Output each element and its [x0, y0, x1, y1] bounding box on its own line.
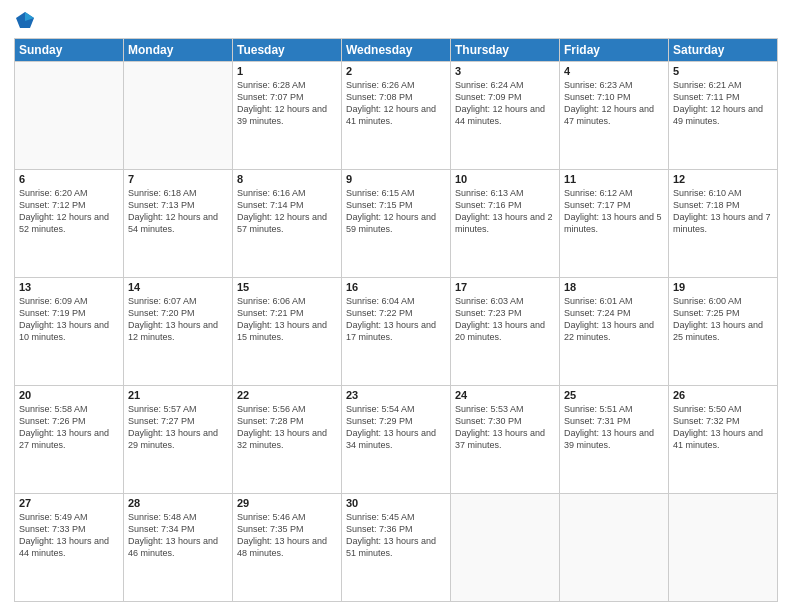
- calendar-cell: 29Sunrise: 5:46 AMSunset: 7:35 PMDayligh…: [233, 494, 342, 602]
- day-number: 18: [564, 281, 664, 293]
- logo-icon: [14, 10, 36, 32]
- weekday-header: Tuesday: [233, 39, 342, 62]
- day-number: 1: [237, 65, 337, 77]
- day-number: 15: [237, 281, 337, 293]
- day-info: Sunrise: 6:15 AMSunset: 7:15 PMDaylight:…: [346, 187, 446, 236]
- day-info: Sunrise: 6:18 AMSunset: 7:13 PMDaylight:…: [128, 187, 228, 236]
- calendar-cell: 24Sunrise: 5:53 AMSunset: 7:30 PMDayligh…: [451, 386, 560, 494]
- day-number: 16: [346, 281, 446, 293]
- calendar-cell: 14Sunrise: 6:07 AMSunset: 7:20 PMDayligh…: [124, 278, 233, 386]
- day-number: 2: [346, 65, 446, 77]
- day-info: Sunrise: 6:24 AMSunset: 7:09 PMDaylight:…: [455, 79, 555, 128]
- calendar-cell: 27Sunrise: 5:49 AMSunset: 7:33 PMDayligh…: [15, 494, 124, 602]
- day-number: 30: [346, 497, 446, 509]
- day-info: Sunrise: 6:01 AMSunset: 7:24 PMDaylight:…: [564, 295, 664, 344]
- weekday-header: Sunday: [15, 39, 124, 62]
- day-info: Sunrise: 6:06 AMSunset: 7:21 PMDaylight:…: [237, 295, 337, 344]
- day-number: 10: [455, 173, 555, 185]
- calendar-cell: 28Sunrise: 5:48 AMSunset: 7:34 PMDayligh…: [124, 494, 233, 602]
- day-info: Sunrise: 6:16 AMSunset: 7:14 PMDaylight:…: [237, 187, 337, 236]
- day-info: Sunrise: 5:49 AMSunset: 7:33 PMDaylight:…: [19, 511, 119, 560]
- day-info: Sunrise: 6:20 AMSunset: 7:12 PMDaylight:…: [19, 187, 119, 236]
- calendar-cell: 17Sunrise: 6:03 AMSunset: 7:23 PMDayligh…: [451, 278, 560, 386]
- calendar-cell: 30Sunrise: 5:45 AMSunset: 7:36 PMDayligh…: [342, 494, 451, 602]
- day-number: 29: [237, 497, 337, 509]
- day-info: Sunrise: 5:56 AMSunset: 7:28 PMDaylight:…: [237, 403, 337, 452]
- day-info: Sunrise: 6:03 AMSunset: 7:23 PMDaylight:…: [455, 295, 555, 344]
- calendar-cell: 23Sunrise: 5:54 AMSunset: 7:29 PMDayligh…: [342, 386, 451, 494]
- day-number: 3: [455, 65, 555, 77]
- day-info: Sunrise: 5:53 AMSunset: 7:30 PMDaylight:…: [455, 403, 555, 452]
- day-number: 17: [455, 281, 555, 293]
- calendar-cell: 12Sunrise: 6:10 AMSunset: 7:18 PMDayligh…: [669, 170, 778, 278]
- calendar-cell: [15, 62, 124, 170]
- day-info: Sunrise: 6:00 AMSunset: 7:25 PMDaylight:…: [673, 295, 773, 344]
- day-info: Sunrise: 6:13 AMSunset: 7:16 PMDaylight:…: [455, 187, 555, 236]
- day-info: Sunrise: 6:07 AMSunset: 7:20 PMDaylight:…: [128, 295, 228, 344]
- weekday-header: Wednesday: [342, 39, 451, 62]
- day-number: 22: [237, 389, 337, 401]
- day-number: 8: [237, 173, 337, 185]
- weekday-header: Friday: [560, 39, 669, 62]
- calendar-cell: 1Sunrise: 6:28 AMSunset: 7:07 PMDaylight…: [233, 62, 342, 170]
- calendar-cell: 20Sunrise: 5:58 AMSunset: 7:26 PMDayligh…: [15, 386, 124, 494]
- calendar-cell: 11Sunrise: 6:12 AMSunset: 7:17 PMDayligh…: [560, 170, 669, 278]
- calendar-week-row: 6Sunrise: 6:20 AMSunset: 7:12 PMDaylight…: [15, 170, 778, 278]
- day-info: Sunrise: 6:23 AMSunset: 7:10 PMDaylight:…: [564, 79, 664, 128]
- weekday-header: Thursday: [451, 39, 560, 62]
- calendar-cell: 7Sunrise: 6:18 AMSunset: 7:13 PMDaylight…: [124, 170, 233, 278]
- calendar-cell: 25Sunrise: 5:51 AMSunset: 7:31 PMDayligh…: [560, 386, 669, 494]
- day-number: 5: [673, 65, 773, 77]
- day-number: 13: [19, 281, 119, 293]
- day-number: 14: [128, 281, 228, 293]
- calendar-cell: 3Sunrise: 6:24 AMSunset: 7:09 PMDaylight…: [451, 62, 560, 170]
- day-info: Sunrise: 6:10 AMSunset: 7:18 PMDaylight:…: [673, 187, 773, 236]
- calendar-cell: 22Sunrise: 5:56 AMSunset: 7:28 PMDayligh…: [233, 386, 342, 494]
- day-info: Sunrise: 6:04 AMSunset: 7:22 PMDaylight:…: [346, 295, 446, 344]
- day-info: Sunrise: 5:50 AMSunset: 7:32 PMDaylight:…: [673, 403, 773, 452]
- day-number: 21: [128, 389, 228, 401]
- calendar-cell: 26Sunrise: 5:50 AMSunset: 7:32 PMDayligh…: [669, 386, 778, 494]
- day-number: 6: [19, 173, 119, 185]
- calendar-week-row: 13Sunrise: 6:09 AMSunset: 7:19 PMDayligh…: [15, 278, 778, 386]
- calendar-cell: 9Sunrise: 6:15 AMSunset: 7:15 PMDaylight…: [342, 170, 451, 278]
- calendar-cell: 2Sunrise: 6:26 AMSunset: 7:08 PMDaylight…: [342, 62, 451, 170]
- day-number: 4: [564, 65, 664, 77]
- calendar-cell: 13Sunrise: 6:09 AMSunset: 7:19 PMDayligh…: [15, 278, 124, 386]
- calendar-cell: 21Sunrise: 5:57 AMSunset: 7:27 PMDayligh…: [124, 386, 233, 494]
- page: SundayMondayTuesdayWednesdayThursdayFrid…: [0, 0, 792, 612]
- day-info: Sunrise: 5:57 AMSunset: 7:27 PMDaylight:…: [128, 403, 228, 452]
- day-info: Sunrise: 5:45 AMSunset: 7:36 PMDaylight:…: [346, 511, 446, 560]
- day-number: 11: [564, 173, 664, 185]
- calendar-cell: [669, 494, 778, 602]
- weekday-header: Monday: [124, 39, 233, 62]
- calendar-cell: 18Sunrise: 6:01 AMSunset: 7:24 PMDayligh…: [560, 278, 669, 386]
- logo: [14, 10, 36, 32]
- calendar-cell: 4Sunrise: 6:23 AMSunset: 7:10 PMDaylight…: [560, 62, 669, 170]
- day-info: Sunrise: 6:26 AMSunset: 7:08 PMDaylight:…: [346, 79, 446, 128]
- day-info: Sunrise: 5:58 AMSunset: 7:26 PMDaylight:…: [19, 403, 119, 452]
- calendar-cell: 16Sunrise: 6:04 AMSunset: 7:22 PMDayligh…: [342, 278, 451, 386]
- day-number: 12: [673, 173, 773, 185]
- calendar-cell: 8Sunrise: 6:16 AMSunset: 7:14 PMDaylight…: [233, 170, 342, 278]
- weekday-header: Saturday: [669, 39, 778, 62]
- calendar-cell: 15Sunrise: 6:06 AMSunset: 7:21 PMDayligh…: [233, 278, 342, 386]
- day-info: Sunrise: 5:54 AMSunset: 7:29 PMDaylight:…: [346, 403, 446, 452]
- day-info: Sunrise: 6:09 AMSunset: 7:19 PMDaylight:…: [19, 295, 119, 344]
- calendar-cell: 5Sunrise: 6:21 AMSunset: 7:11 PMDaylight…: [669, 62, 778, 170]
- day-info: Sunrise: 5:46 AMSunset: 7:35 PMDaylight:…: [237, 511, 337, 560]
- calendar-cell: [451, 494, 560, 602]
- day-number: 24: [455, 389, 555, 401]
- day-number: 19: [673, 281, 773, 293]
- calendar-week-row: 27Sunrise: 5:49 AMSunset: 7:33 PMDayligh…: [15, 494, 778, 602]
- calendar-cell: [560, 494, 669, 602]
- day-number: 20: [19, 389, 119, 401]
- day-number: 27: [19, 497, 119, 509]
- day-info: Sunrise: 6:12 AMSunset: 7:17 PMDaylight:…: [564, 187, 664, 236]
- day-number: 25: [564, 389, 664, 401]
- calendar-cell: [124, 62, 233, 170]
- calendar-table: SundayMondayTuesdayWednesdayThursdayFrid…: [14, 38, 778, 602]
- calendar-cell: 6Sunrise: 6:20 AMSunset: 7:12 PMDaylight…: [15, 170, 124, 278]
- calendar-week-row: 20Sunrise: 5:58 AMSunset: 7:26 PMDayligh…: [15, 386, 778, 494]
- day-info: Sunrise: 5:51 AMSunset: 7:31 PMDaylight:…: [564, 403, 664, 452]
